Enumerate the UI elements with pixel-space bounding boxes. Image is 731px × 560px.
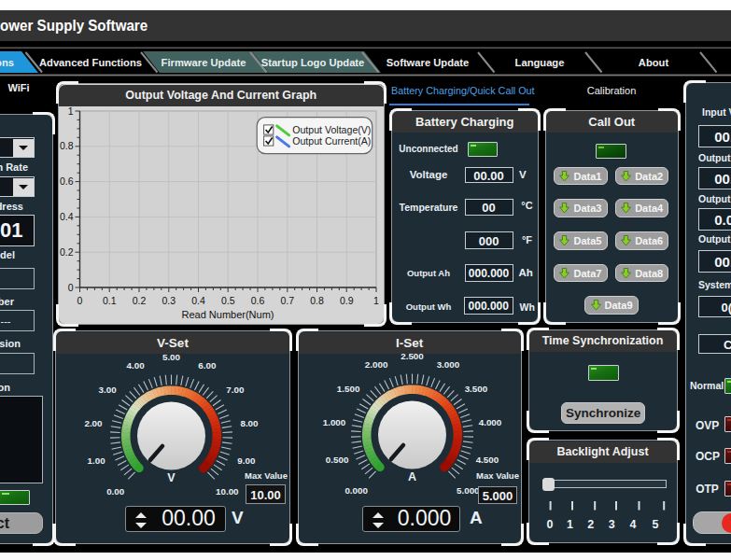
- svg-text:0.00: 0.00: [106, 486, 125, 497]
- svg-text:Firmware Update: Firmware Update: [162, 57, 246, 68]
- svg-text:2.000: 2.000: [364, 359, 387, 370]
- svg-text:3: 3: [609, 518, 615, 531]
- svg-text:7.00: 7.00: [226, 385, 245, 395]
- svg-text:0.3: 0.3: [162, 295, 176, 306]
- svg-text:0.500: 0.500: [325, 455, 348, 465]
- svg-text:Software Update: Software Update: [387, 57, 469, 68]
- svg-text:4.000: 4.000: [478, 417, 501, 427]
- svg-text:0: 0: [68, 282, 74, 293]
- svg-text:0.1: 0.1: [103, 295, 117, 306]
- svg-text:8.00: 8.00: [240, 418, 259, 428]
- svg-text:5.00: 5.00: [162, 352, 181, 362]
- svg-text:2: 2: [587, 518, 594, 531]
- svg-text:1.00: 1.00: [88, 455, 106, 466]
- svg-text:0.5: 0.5: [221, 295, 235, 306]
- svg-text:0.7: 0.7: [280, 295, 294, 306]
- svg-text:1: 1: [68, 105, 74, 117]
- svg-text:Startup Logo Update: Startup Logo Update: [261, 57, 365, 68]
- svg-text:9.00: 9.00: [237, 455, 256, 466]
- svg-text:Language: Language: [515, 57, 565, 68]
- svg-text:Advanced Functions: Advanced Functions: [39, 57, 142, 68]
- svg-text:A: A: [407, 470, 415, 483]
- svg-text:0.4: 0.4: [191, 295, 205, 306]
- svg-text:2.500: 2.500: [401, 351, 424, 361]
- svg-text:Output Voltage(V): Output Voltage(V): [292, 124, 371, 135]
- svg-text:About: About: [639, 57, 669, 68]
- svg-text:3.000: 3.000: [436, 359, 459, 370]
- svg-text:1: 1: [373, 295, 379, 306]
- svg-text:6.00: 6.00: [198, 360, 217, 371]
- svg-text:Read Number(Num): Read Number(Num): [181, 309, 274, 320]
- svg-text:1.500: 1.500: [336, 384, 359, 394]
- svg-text:0.8: 0.8: [60, 140, 74, 151]
- svg-text:0: 0: [77, 295, 83, 306]
- svg-text:1.000: 1.000: [322, 417, 345, 427]
- svg-text:0.8: 0.8: [310, 295, 324, 306]
- svg-text:0.9: 0.9: [340, 295, 354, 306]
- svg-text:1: 1: [567, 518, 573, 531]
- svg-text:0.2: 0.2: [60, 246, 74, 258]
- svg-text:3.500: 3.500: [464, 384, 487, 394]
- svg-text:ons: ons: [0, 57, 14, 68]
- svg-text:5: 5: [653, 518, 659, 531]
- svg-text:3.00: 3.00: [99, 385, 118, 395]
- svg-text:Output Current(A): Output Current(A): [292, 135, 371, 147]
- svg-text:5.000: 5.000: [457, 485, 480, 496]
- svg-text:0.4: 0.4: [60, 211, 74, 222]
- svg-text:0.000: 0.000: [344, 485, 368, 496]
- svg-text:4.500: 4.500: [475, 455, 499, 465]
- svg-text:10.00: 10.00: [216, 486, 239, 497]
- svg-text:0.2: 0.2: [133, 295, 147, 306]
- svg-text:V: V: [167, 471, 176, 484]
- svg-text:2.00: 2.00: [84, 418, 103, 428]
- svg-text:0.6: 0.6: [251, 295, 265, 306]
- svg-text:0.6: 0.6: [60, 175, 74, 187]
- svg-text:4.00: 4.00: [127, 360, 146, 371]
- svg-text:4: 4: [630, 518, 637, 531]
- svg-text:0: 0: [547, 518, 554, 531]
